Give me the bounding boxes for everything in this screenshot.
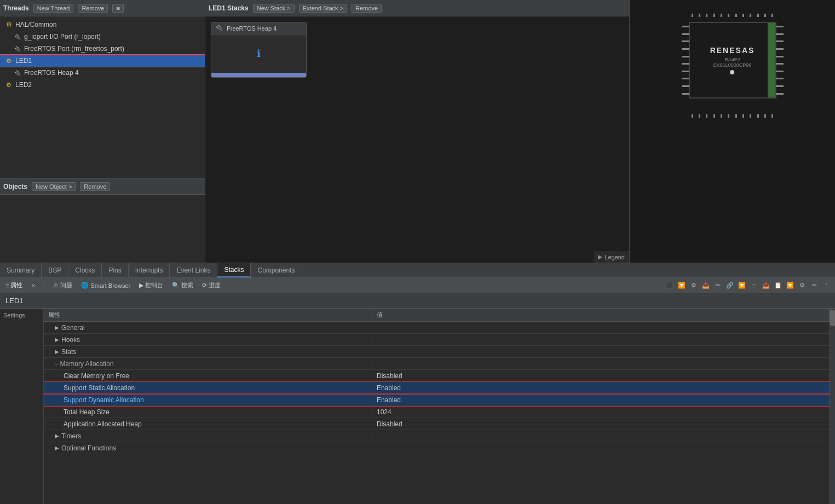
- prop-row-dynamic-alloc[interactable]: Support Dynamic Allocation Enabled: [44, 394, 830, 406]
- copy-icon[interactable]: 📋: [773, 280, 784, 291]
- more-icon[interactable]: ⋮: [821, 280, 832, 291]
- console-tool[interactable]: ▶ 控制台: [137, 280, 165, 291]
- prop-row-general[interactable]: ▶General: [44, 322, 830, 334]
- filter2-icon[interactable]: 🔽: [736, 280, 747, 291]
- close-properties-button[interactable]: ×: [29, 282, 37, 289]
- new-thread-button[interactable]: New Thread: [33, 4, 74, 13]
- chevron-icon: ▶: [55, 325, 59, 331]
- prop-row-app-heap[interactable]: Application Allocated Heap Disabled: [44, 418, 830, 430]
- pin: [735, 114, 737, 118]
- export2-icon[interactable]: 📤: [761, 280, 771, 291]
- pin: [682, 85, 689, 87]
- remove-thread-button[interactable]: Remove: [78, 4, 108, 13]
- scrollbar-thumb[interactable]: [830, 310, 835, 326]
- layout2-icon[interactable]: ≡: [748, 280, 759, 291]
- tab-interrupts[interactable]: Interrupts: [129, 263, 170, 277]
- link-icon[interactable]: 🔗: [724, 280, 735, 291]
- pin: [713, 14, 715, 17]
- prop-value-optional-functions: [372, 442, 830, 454]
- pin: [699, 14, 700, 17]
- prop-name-optional-functions: ▶Optional Functions: [44, 442, 372, 454]
- minimize-icon[interactable]: ⬛: [664, 280, 675, 291]
- search-tool[interactable]: 🔍 搜索: [170, 280, 195, 291]
- tab-bsp[interactable]: BSP: [42, 263, 68, 277]
- tab-stacks[interactable]: Stacks: [217, 263, 251, 277]
- tree-item-label: g_ioport I/O Port (r_ioport): [24, 33, 101, 40]
- tree-item-led1[interactable]: ⚙ LED1: [0, 55, 205, 67]
- pin: [764, 14, 766, 17]
- objects-toolbar: Objects New Object > Remove: [0, 178, 205, 195]
- tab-event-links[interactable]: Event Links: [170, 263, 217, 277]
- tab-clocks[interactable]: Clocks: [68, 263, 102, 277]
- search-label: 搜索: [181, 281, 193, 289]
- freertos-heap4-card[interactable]: 🔌 FreeRTOS Heap 4 ℹ: [211, 22, 307, 78]
- config2-icon[interactable]: ⚙: [797, 280, 808, 291]
- progress-tool[interactable]: ⟳ 进度: [200, 280, 223, 291]
- prop-value-dynamic-alloc: Enabled: [372, 394, 830, 405]
- prop-row-memory-allocation[interactable]: –Memory Allocation: [44, 358, 830, 370]
- pin: [728, 114, 729, 118]
- filter-icon[interactable]: 🔽: [676, 280, 687, 291]
- pin: [776, 48, 784, 50]
- freertos-port-icon: 🔌: [13, 44, 22, 53]
- threads-title: Threads: [3, 4, 29, 12]
- pin: [682, 93, 689, 95]
- legend-area: ▶ Legend: [594, 251, 629, 263]
- prop-row-static-alloc[interactable]: Support Static Allocation Enabled: [44, 382, 830, 394]
- scrollbar[interactable]: [830, 309, 835, 504]
- pin: [728, 14, 729, 17]
- pin: [682, 56, 689, 57]
- chevron-icon: ▶: [55, 433, 59, 439]
- pin: [750, 114, 751, 118]
- separator: [44, 281, 44, 290]
- tree-item-label: LED2: [15, 81, 32, 89]
- prop-row-timers[interactable]: ▶Timers: [44, 430, 830, 442]
- tree-item-led2[interactable]: ⚙ LED2: [0, 79, 205, 91]
- prop-row-clear-memory[interactable]: Clear Memory on Free Disabled: [44, 370, 830, 382]
- config-icon[interactable]: ⚙: [688, 280, 699, 291]
- properties-label: 属性: [10, 281, 22, 289]
- chip-dot: [730, 70, 735, 74]
- new-object-button[interactable]: New Object >: [32, 182, 76, 191]
- prop-row-heap-size[interactable]: Total Heap Size 1024: [44, 406, 830, 418]
- pin: [735, 14, 737, 17]
- tab-components[interactable]: Components: [251, 263, 302, 277]
- tree-item-ioport[interactable]: 🔌 g_ioport I/O Port (r_ioport): [0, 31, 205, 43]
- prop-name-general: ▶General: [44, 322, 372, 333]
- properties-tool[interactable]: ≡ 属性: [3, 280, 25, 291]
- smart-browser-tool[interactable]: 🌐 Smart Browser: [79, 281, 133, 290]
- chevron-icon: –: [55, 361, 58, 367]
- prop-row-optional-functions[interactable]: ▶Optional Functions: [44, 442, 830, 454]
- stacks-title: LED1 Stacks: [209, 4, 249, 12]
- led1-icon: ⚙: [4, 56, 13, 65]
- tab-summary[interactable]: Summary: [0, 263, 42, 277]
- pin: [757, 114, 759, 118]
- problems-label: 问题: [60, 281, 72, 289]
- pin: [771, 114, 773, 118]
- prop-value-static-alloc: Enabled: [372, 382, 830, 393]
- edit-icon[interactable]: ✏: [712, 280, 723, 291]
- remove-object-button[interactable]: Remove: [80, 182, 110, 191]
- prop-row-stats[interactable]: ▶Stats: [44, 346, 830, 358]
- prop-row-hooks[interactable]: ▶Hooks: [44, 334, 830, 346]
- remove-stack-button[interactable]: Remove: [352, 4, 382, 13]
- layout-button[interactable]: ≡: [112, 4, 123, 13]
- pin: [692, 114, 693, 118]
- extend-stack-button[interactable]: Extend Stack >: [299, 4, 347, 13]
- tree-item-label: FreeRTOS Heap 4: [24, 69, 79, 77]
- tree-item-freertos-heap4[interactable]: 🔌 FreeRTOS Heap 4: [0, 67, 205, 79]
- filter3-icon[interactable]: 🔽: [785, 280, 796, 291]
- new-stack-button[interactable]: New Stack >: [253, 4, 295, 13]
- tree-item-halcommon[interactable]: ⚙ HAL/Common: [0, 19, 205, 31]
- problems-tool[interactable]: ⚠ 问题: [51, 280, 74, 291]
- edit2-icon[interactable]: ✏: [809, 280, 820, 291]
- pin: [721, 114, 722, 118]
- tab-pins[interactable]: Pins: [102, 263, 128, 277]
- chevron-icon: ▶: [55, 337, 59, 343]
- console-icon: ▶: [139, 282, 143, 289]
- prop-value-stats: [372, 346, 830, 357]
- tree-item-label: LED1: [15, 57, 32, 65]
- tree-item-freertos-port[interactable]: 🔌 FreeRTOS Port (rm_freertos_port): [0, 43, 205, 55]
- tree-item-label: HAL/Common: [15, 21, 56, 28]
- export-icon[interactable]: 📤: [700, 280, 711, 291]
